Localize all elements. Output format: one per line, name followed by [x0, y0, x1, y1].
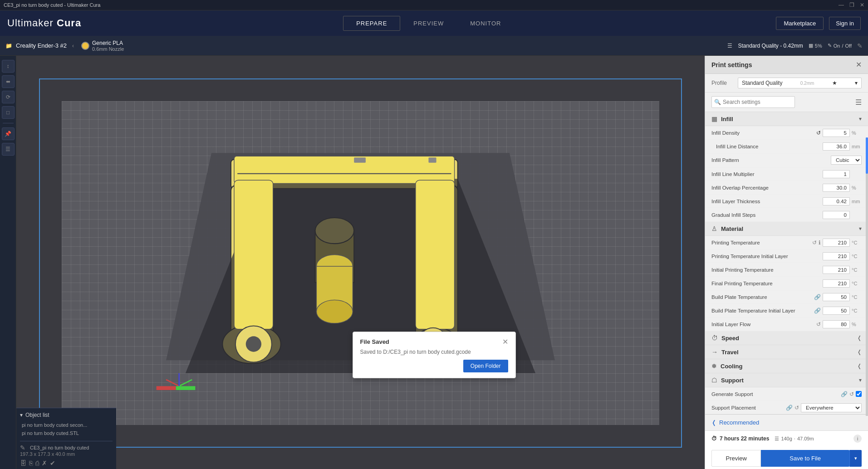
save-dropdown-button[interactable]: ▾ — [849, 450, 862, 467]
settings-scroll-area[interactable]: ▦ Infill ▾ Infill Density ↺ % Infill Lin… — [705, 112, 868, 414]
build-plate-link-icon[interactable]: 🔗 — [814, 294, 821, 300]
printer-name[interactable]: Creality Ender-3 #2 — [16, 42, 67, 49]
object-item-1[interactable]: pi no turn body cuted secon... — [20, 421, 113, 429]
pencil-icon[interactable]: ✎ — [857, 42, 863, 49]
initial-printing-temp-input[interactable] — [823, 266, 850, 274]
tool-scale[interactable]: ⬌ — [2, 75, 15, 88]
support-section-header[interactable]: ☖ Support ▾ — [705, 373, 868, 387]
temp-info-icon[interactable]: ℹ — [819, 239, 821, 246]
marketplace-button[interactable]: Marketplace — [776, 17, 824, 30]
support-placement-link-icon[interactable]: 🔗 — [786, 405, 793, 411]
toast-message: Saved to D:/CE3_pi no turn body cuted.gc… — [360, 349, 508, 355]
build-plate-temp-input[interactable] — [823, 293, 850, 301]
gradual-infill-input[interactable] — [823, 211, 850, 219]
generate-support-checkbox[interactable] — [856, 391, 862, 397]
object-list-header[interactable]: ▾ Object list — [20, 412, 113, 418]
tool-mirror[interactable]: □ — [2, 106, 15, 119]
tab-monitor[interactable]: MONITOR — [457, 16, 514, 31]
support-off-label[interactable]: Off — [845, 43, 852, 49]
object-list-title: Object list — [25, 412, 49, 418]
open-folder-button[interactable]: Open Folder — [463, 360, 508, 372]
settings-menu-icon[interactable]: ☰ — [855, 98, 862, 107]
window-title: CE3_pi no turn body cuted - Ultimaker Cu… — [4, 2, 100, 8]
infill-section-header[interactable]: ▦ Infill ▾ — [705, 112, 868, 126]
gen-support-link-icon[interactable]: 🔗 — [841, 391, 848, 397]
support-placement-value: 🔗 ↺ Everywhere Touching Buildplate — [786, 403, 862, 412]
obj-btn-3[interactable]: ⎙ — [35, 459, 39, 467]
initial-layer-flow-input[interactable] — [823, 320, 850, 328]
recommended-button[interactable]: ❬ Recommended — [711, 419, 759, 426]
material-name[interactable]: Generic PLA — [92, 40, 124, 46]
tab-prepare[interactable]: PREPARE — [343, 16, 400, 31]
infill-layer-thickness-input[interactable] — [823, 197, 850, 205]
generate-support-row: Generate Support 🔗 ↺ — [705, 387, 868, 401]
printing-temp-initial-row: Printing Temperature Initial Layer °C — [705, 249, 868, 263]
infill-overlap-unit: % — [852, 185, 862, 191]
support-placement-select[interactable]: Everywhere Touching Buildplate — [801, 403, 862, 412]
tab-preview[interactable]: PREVIEW — [400, 16, 457, 31]
info-button[interactable]: i — [853, 435, 862, 443]
quality-label[interactable]: Standard Quality - 0.42mm — [738, 43, 803, 49]
tool-support[interactable]: 📌 — [2, 127, 15, 140]
infill-multiplier-input[interactable] — [823, 170, 850, 178]
infill-line-distance-input[interactable] — [823, 142, 850, 151]
object-item-2[interactable]: pi no turn body cuted.STL — [20, 429, 113, 437]
tool-rotate[interactable]: ⟳ — [2, 91, 15, 103]
gen-support-reset-icon[interactable]: ↺ — [849, 391, 854, 397]
build-plate-initial-link-icon[interactable]: 🔗 — [814, 308, 821, 314]
toast-close-button[interactable]: ✕ — [502, 337, 508, 346]
search-input[interactable] — [711, 96, 795, 108]
infill-overlap-input[interactable] — [823, 184, 850, 192]
infill-density-input[interactable] — [823, 129, 850, 137]
support-placement-label: Support Placement — [711, 405, 786, 410]
material-section-icon: ♙ — [711, 225, 717, 232]
tool-move[interactable]: ↕ — [2, 60, 15, 73]
settings-icon: ☰ — [727, 43, 732, 49]
material-section-header[interactable]: ♙ Material ▾ — [705, 222, 868, 236]
signin-button[interactable]: Sign in — [829, 17, 861, 30]
object-info-text: CE3_pi no turn body cuted — [30, 445, 89, 450]
build-plate-temp-initial-input[interactable] — [823, 307, 850, 315]
support-on-label[interactable]: On — [834, 43, 840, 49]
nozzle-label: 0.6mm Nozzle — [92, 46, 124, 52]
top-bar-right: Marketplace Sign in — [776, 17, 861, 30]
speed-section-header[interactable]: ⏱ Speed ❬ — [705, 331, 868, 345]
obj-btn-4[interactable]: ✗ — [42, 459, 47, 467]
initial-printing-temp-row: Initial Printing Temperature °C — [705, 263, 868, 277]
reset-icon[interactable]: ↺ — [816, 130, 821, 136]
material-info: Generic PLA 0.6mm Nozzle — [92, 40, 124, 52]
tool-layers[interactable]: ☰ — [2, 143, 15, 156]
cooling-section-header[interactable]: ❅ Cooling ❬ — [705, 359, 868, 373]
profile-select[interactable]: Standard Quality 0.2mm ★ ▾ — [738, 78, 862, 88]
final-printing-temp-input[interactable] — [823, 279, 850, 288]
final-printing-temp-value: °C — [823, 279, 862, 288]
printing-temp-input[interactable] — [823, 239, 850, 247]
printing-temp-row: Printing Temperature ↺ ℹ °C — [705, 236, 868, 249]
infill-section-title: Infill — [721, 116, 859, 122]
minimize-btn[interactable]: — — [839, 2, 844, 8]
flow-reset-icon[interactable]: ↺ — [816, 321, 821, 327]
infill-density-label: Infill Density — [711, 130, 816, 136]
viewport[interactable]: ▾ Object list pi no turn body cuted seco… — [16, 56, 705, 469]
obj-btn-5[interactable]: ✔ — [50, 459, 55, 467]
infill-pattern-select[interactable]: Cubic Grid Lines Gyroid — [831, 156, 862, 165]
star-icon: ★ — [832, 80, 837, 86]
travel-section-header[interactable]: → Travel ❬ — [705, 345, 868, 359]
preview-button[interactable]: Preview — [711, 450, 761, 467]
obj-btn-2[interactable]: ⎘ — [29, 459, 33, 467]
title-bar: CE3_pi no turn body cuted - Ultimaker Cu… — [0, 0, 868, 10]
save-to-file-button[interactable]: Save to File — [761, 450, 849, 467]
close-settings-button[interactable]: ✕ — [856, 60, 862, 69]
material-usage-info: ☰ 140g · 47.09m — [775, 436, 814, 442]
printing-temp-initial-input[interactable] — [823, 252, 850, 260]
svg-rect-10 — [234, 156, 455, 183]
restore-btn[interactable]: ❒ — [849, 2, 854, 8]
close-btn[interactable]: ✕ — [860, 2, 864, 8]
obj-btn-1[interactable]: 🗄 — [20, 459, 26, 467]
infill-layer-thickness-label: Infill Layer Thickness — [711, 199, 823, 204]
support-placement-reset-icon[interactable]: ↺ — [794, 405, 799, 411]
infill-pattern-row: Infill Pattern Cubic Grid Lines Gyroid — [705, 153, 868, 167]
temp-reset-icon[interactable]: ↺ — [812, 239, 817, 246]
printer-chevron-icon[interactable]: ‹ — [72, 43, 74, 49]
second-bar: 📁 Creality Ender-3 #2 ‹ Generic PLA 0.6m… — [0, 36, 868, 56]
